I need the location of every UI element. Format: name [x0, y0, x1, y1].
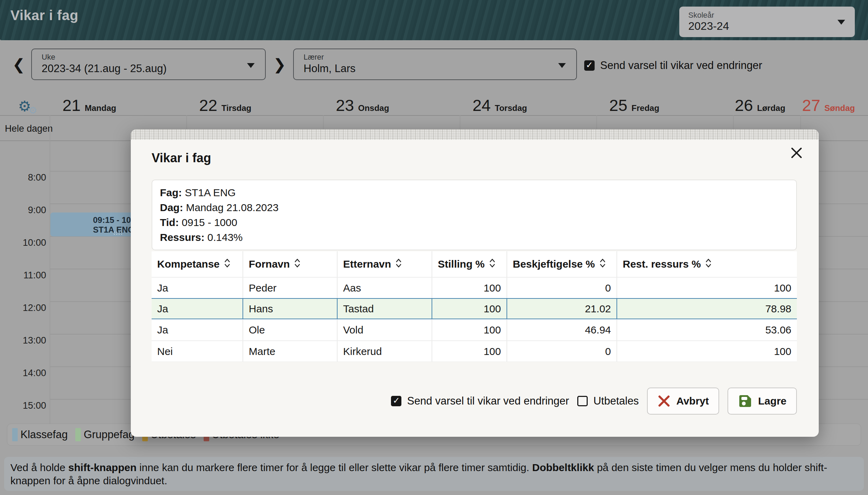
help-text: Ved å holde shift-knappen inne kan du ma…: [4, 457, 864, 491]
hour-label: 8:00: [5, 172, 46, 183]
next-week-button[interactable]: ❯: [273, 53, 287, 76]
table-row[interactable]: JaOleVold10046.9453.06: [152, 319, 797, 340]
table-cell: Aas: [337, 278, 432, 298]
substitute-table: KompetanseFornavnEtternavnStilling %Besk…: [152, 251, 797, 362]
column-header-rest-ressurs-[interactable]: Rest. ressurs %: [616, 251, 797, 277]
cancel-button[interactable]: Avbryt: [647, 388, 719, 415]
legend-swatch: [75, 428, 81, 441]
notify-checkbox[interactable]: ✓: [584, 60, 595, 71]
payout-checkbox-label: Utbetales: [593, 395, 639, 407]
save-button[interactable]: Lagre: [727, 388, 797, 415]
teacher-select[interactable]: Lærer Holm, Lars: [293, 49, 577, 80]
column-header-label: Rest. ressurs %: [623, 258, 701, 270]
hour-label: 10:00: [5, 237, 46, 248]
dialog-title: Vikar i fag: [152, 151, 211, 165]
table-header-row: KompetanseFornavnEtternavnStilling %Besk…: [152, 251, 797, 277]
sort-icon[interactable]: [224, 258, 231, 271]
table-row[interactable]: NeiMarteKirkerud1000100: [152, 340, 797, 362]
hour-label: 14:00: [5, 368, 46, 379]
info-line-value: Mandag 21.08.2023: [183, 202, 279, 213]
column-header-kompetanse[interactable]: Kompetanse: [152, 251, 242, 277]
hour-label: 12:00: [5, 303, 46, 313]
table-cell: Tastad: [337, 299, 432, 319]
day-header-mandag[interactable]: 21Mandag: [62, 96, 185, 115]
day-name: Fredag: [631, 103, 659, 113]
previous-week-button[interactable]: ❮: [12, 53, 26, 76]
column-header-stilling-[interactable]: Stilling %: [432, 251, 507, 277]
day-header-søndag[interactable]: 27Søndag: [802, 96, 856, 115]
table-cell: 0: [507, 341, 616, 362]
column-header-label: Stilling %: [438, 258, 485, 270]
teacher-value: Holm, Lars: [304, 62, 356, 75]
table-row[interactable]: JaPederAas1000100: [152, 277, 797, 298]
legend-item: Klassefag: [12, 428, 68, 441]
legend-label: Gruppefag: [84, 428, 135, 441]
sort-icon[interactable]: [395, 258, 402, 271]
sort-icon[interactable]: [599, 258, 606, 271]
day-number: 27: [802, 96, 820, 115]
lesson-info-card: Fag: ST1A ENGDag: Mandag 21.08.2023Tid: …: [152, 180, 797, 250]
day-name: Lørdag: [757, 103, 785, 113]
table-cell: Peder: [242, 278, 337, 298]
sort-icon[interactable]: [294, 258, 301, 271]
table-cell: Vold: [337, 319, 432, 340]
table-cell: Ole: [242, 319, 337, 340]
settings-gears-icon[interactable]: ⚙ ⚙: [18, 100, 42, 117]
day-header-lørdag[interactable]: 26Lørdag: [735, 96, 788, 115]
info-line-value: 0.143%: [204, 232, 242, 243]
info-line-value: ST1A ENG: [182, 187, 236, 198]
dialog-notify-checkbox[interactable]: ✓: [391, 396, 401, 406]
table-cell: 100: [616, 278, 797, 298]
table-cell: Nei: [152, 341, 242, 362]
column-header-beskjeftigelse-[interactable]: Beskjeftigelse %: [507, 251, 616, 277]
day-name: Torsdag: [495, 103, 527, 113]
table-row[interactable]: JaHansTastad10021.0278.98: [152, 298, 797, 319]
day-header-fredag[interactable]: 25Fredag: [609, 96, 732, 115]
hour-label: 11:00: [5, 270, 46, 281]
legend-item: Gruppefag: [75, 428, 135, 441]
table-cell: 100: [616, 341, 797, 362]
drag-handle[interactable]: [114, 232, 123, 235]
day-header-tirsdag[interactable]: 22Tirsdag: [199, 96, 322, 115]
week-select[interactable]: Uke 2023-34 (21.aug - 25.aug): [31, 49, 266, 80]
day-column-line: [50, 115, 50, 424]
day-number: 23: [336, 96, 354, 115]
hour-label: 9:00: [5, 205, 46, 216]
all-day-label: Hele dagen: [5, 123, 53, 134]
table-cell: Ja: [152, 319, 242, 340]
help-text-part: Dobbeltklikk: [532, 462, 594, 473]
info-line: Ressurs: 0.143%: [160, 230, 789, 245]
table-cell: 53.06: [616, 319, 797, 340]
day-header-onsdag[interactable]: 23Onsdag: [336, 96, 459, 115]
payout-checkbox[interactable]: [577, 396, 588, 406]
hour-label: 15:00: [5, 400, 46, 411]
column-header-fornavn[interactable]: Fornavn: [242, 251, 337, 277]
column-header-etternavn[interactable]: Etternavn: [337, 251, 432, 277]
dialog-notify-label: Send varsel til vikar ved endringer: [407, 395, 569, 407]
chevron-down-icon: [247, 63, 255, 68]
save-floppy-icon: [738, 394, 752, 408]
table-cell: Ja: [152, 299, 242, 319]
sort-icon[interactable]: [489, 258, 496, 271]
info-line-value: 0915 - 1000: [179, 217, 237, 228]
table-cell: 46.94: [507, 319, 616, 340]
table-cell: 78.98: [616, 299, 797, 319]
table-cell: 0: [507, 278, 616, 298]
table-cell: Kirkerud: [337, 341, 432, 362]
check-icon: ✓: [584, 60, 595, 70]
day-number: 22: [199, 96, 217, 115]
sort-icon[interactable]: [705, 258, 712, 271]
day-header-torsdag[interactable]: 24Torsdag: [473, 96, 595, 115]
day-name: Tirsdag: [221, 103, 251, 113]
allday-row-border: [0, 115, 868, 116]
school-year-select[interactable]: Skoleår 2023-24: [679, 7, 855, 37]
gear-icon: ⚙: [28, 105, 37, 116]
table-cell: Marte: [242, 341, 337, 362]
close-icon[interactable]: [790, 146, 803, 160]
day-number: 21: [62, 96, 80, 115]
week-label: Uke: [42, 53, 55, 62]
column-header-label: Kompetanse: [157, 258, 220, 270]
legend-label: Klassefag: [20, 428, 68, 441]
chevron-down-icon: [837, 20, 845, 25]
day-number: 24: [473, 96, 491, 115]
